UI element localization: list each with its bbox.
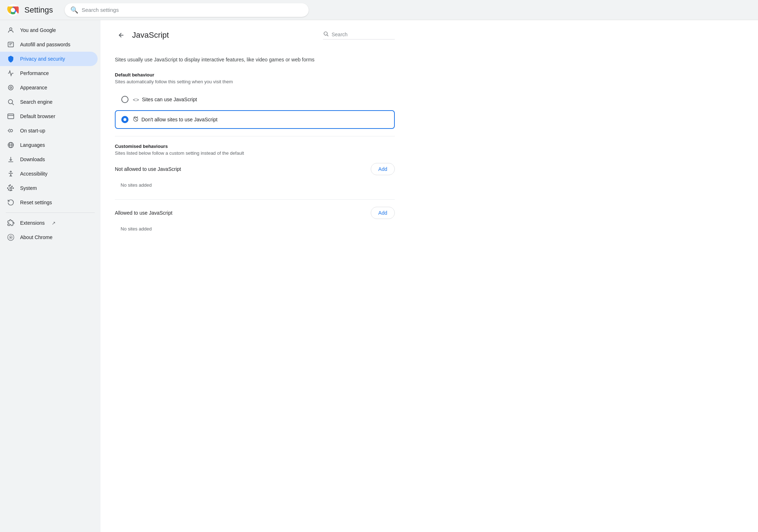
default-behaviour-title: Default behaviour bbox=[115, 72, 395, 78]
sidebar-item-about-chrome[interactable]: About Chrome bbox=[0, 230, 98, 244]
svg-point-3 bbox=[10, 28, 12, 30]
radio-label-block: Don't allow sites to use JavaScript bbox=[133, 116, 217, 123]
page-header-left: JavaScript bbox=[115, 29, 169, 42]
person-icon bbox=[7, 27, 14, 34]
js-block-icon bbox=[133, 116, 139, 123]
search-icon: 🔍 bbox=[70, 6, 78, 14]
sidebar-item-search-engine[interactable]: Search engine bbox=[0, 95, 98, 109]
page-title: JavaScript bbox=[132, 31, 169, 40]
sidebar-item-on-startup[interactable]: On start-up bbox=[0, 123, 98, 138]
behaviours-title: Customised behaviours bbox=[115, 144, 395, 149]
not-allowed-empty-text: No sites added bbox=[115, 179, 395, 191]
sidebar-label-about-chrome: About Chrome bbox=[20, 234, 52, 240]
global-search-input[interactable] bbox=[82, 7, 303, 13]
main-layout: You and Google Autofill and passwords Pr… bbox=[0, 20, 758, 532]
sidebar-item-extensions[interactable]: Extensions ↗ bbox=[0, 216, 98, 230]
content-area: JavaScript Sites usually use JavaScript … bbox=[100, 20, 758, 532]
allowed-header: Allowed to use JavaScript Add bbox=[115, 207, 395, 219]
header-search-icon bbox=[323, 31, 329, 38]
chrome-logo bbox=[7, 4, 19, 16]
radio-option-allow[interactable]: <> Sites can use JavaScript bbox=[115, 90, 395, 109]
customised-behaviours-section: Customised behaviours Sites listed below… bbox=[115, 144, 395, 234]
sidebar-label-appearance: Appearance bbox=[20, 85, 47, 90]
svg-point-18 bbox=[10, 171, 11, 172]
sidebar-item-appearance[interactable]: Appearance bbox=[0, 80, 98, 95]
radio-option-block[interactable]: Don't allow sites to use JavaScript bbox=[115, 110, 395, 129]
sidebar-label-performance: Performance bbox=[20, 70, 49, 76]
sidebar-label-search-engine: Search engine bbox=[20, 99, 52, 105]
sidebar-item-system[interactable]: System bbox=[0, 181, 98, 195]
startup-icon bbox=[7, 127, 14, 134]
reset-icon bbox=[7, 199, 14, 206]
sidebar-item-autofill[interactable]: Autofill and passwords bbox=[0, 37, 98, 52]
radio-circle-allow bbox=[121, 96, 128, 103]
default-behaviour-subtitle: Sites automatically follow this setting … bbox=[115, 79, 395, 84]
external-link-icon: ↗ bbox=[52, 220, 56, 226]
sidebar: You and Google Autofill and passwords Pr… bbox=[0, 20, 100, 532]
svg-rect-11 bbox=[8, 114, 14, 118]
sidebar-item-privacy[interactable]: Privacy and security bbox=[0, 52, 98, 66]
top-bar: Settings 🔍 bbox=[0, 0, 758, 20]
svg-point-23 bbox=[324, 32, 327, 35]
sidebar-item-downloads[interactable]: Downloads bbox=[0, 152, 98, 167]
sidebar-label-you-and-google: You and Google bbox=[20, 27, 56, 33]
accessibility-icon bbox=[7, 170, 14, 177]
allowed-add-button[interactable]: Add bbox=[371, 207, 395, 219]
radio-text-allow: Sites can use JavaScript bbox=[142, 97, 197, 102]
content-divider-1 bbox=[115, 136, 395, 136]
svg-point-8 bbox=[10, 87, 12, 89]
content-divider-2 bbox=[115, 199, 395, 200]
sidebar-label-system: System bbox=[20, 185, 37, 191]
allowed-empty-text: No sites added bbox=[115, 223, 395, 234]
svg-point-7 bbox=[8, 85, 13, 90]
behaviours-header: Customised behaviours Sites listed below… bbox=[115, 144, 395, 156]
languages-icon bbox=[7, 141, 14, 149]
svg-point-2 bbox=[11, 8, 15, 12]
performance-icon bbox=[7, 70, 14, 77]
description-text: Sites usually use JavaScript to display … bbox=[115, 56, 395, 64]
appearance-icon bbox=[7, 84, 14, 91]
svg-line-10 bbox=[12, 103, 14, 105]
svg-point-22 bbox=[10, 237, 11, 238]
sidebar-item-you-and-google[interactable]: You and Google bbox=[0, 23, 98, 37]
settings-title: Settings bbox=[24, 5, 53, 15]
sidebar-label-privacy: Privacy and security bbox=[20, 56, 65, 62]
search-engine-icon bbox=[7, 98, 14, 106]
behaviours-subtitle: Sites listed below follow a custom setti… bbox=[115, 150, 395, 156]
svg-point-9 bbox=[8, 99, 13, 104]
sidebar-label-reset-settings: Reset settings bbox=[20, 200, 52, 205]
sidebar-item-default-browser[interactable]: Default browser bbox=[0, 109, 98, 123]
shield-icon bbox=[7, 55, 14, 62]
sidebar-label-default-browser: Default browser bbox=[20, 113, 55, 119]
default-browser-icon bbox=[7, 113, 14, 120]
sidebar-item-accessibility[interactable]: Accessibility bbox=[0, 167, 98, 181]
sidebar-item-reset-settings[interactable]: Reset settings bbox=[0, 195, 98, 210]
allowed-title: Allowed to use JavaScript bbox=[115, 210, 172, 216]
sidebar-label-on-startup: On start-up bbox=[20, 128, 45, 134]
sidebar-label-downloads: Downloads bbox=[20, 157, 45, 162]
radio-text-block: Don't allow sites to use JavaScript bbox=[141, 117, 217, 122]
global-search-bar[interactable]: 🔍 bbox=[65, 3, 309, 17]
sidebar-item-languages[interactable]: Languages bbox=[0, 138, 98, 152]
not-allowed-add-button[interactable]: Add bbox=[371, 163, 395, 175]
sidebar-label-accessibility: Accessibility bbox=[20, 171, 47, 177]
page-header: JavaScript bbox=[115, 29, 395, 47]
svg-point-13 bbox=[10, 130, 13, 132]
not-allowed-subsection: Not allowed to use JavaScript Add No sit… bbox=[115, 163, 395, 191]
sidebar-divider bbox=[6, 213, 95, 213]
default-behaviour-section: Default behaviour Sites automatically fo… bbox=[115, 72, 395, 129]
downloads-icon bbox=[7, 156, 14, 163]
sidebar-label-autofill: Autofill and passwords bbox=[20, 42, 70, 47]
header-search-input[interactable] bbox=[332, 32, 389, 37]
radio-circle-block bbox=[121, 116, 128, 123]
not-allowed-header: Not allowed to use JavaScript Add bbox=[115, 163, 395, 175]
sidebar-item-performance[interactable]: Performance bbox=[0, 66, 98, 80]
header-search[interactable] bbox=[323, 31, 395, 39]
autofill-icon bbox=[7, 41, 14, 48]
back-button[interactable] bbox=[115, 29, 128, 42]
sidebar-label-languages: Languages bbox=[20, 142, 45, 148]
about-chrome-icon bbox=[7, 234, 14, 241]
extensions-icon bbox=[7, 219, 14, 227]
radio-label-allow: <> Sites can use JavaScript bbox=[133, 97, 197, 103]
js-allow-icon: <> bbox=[133, 97, 139, 103]
